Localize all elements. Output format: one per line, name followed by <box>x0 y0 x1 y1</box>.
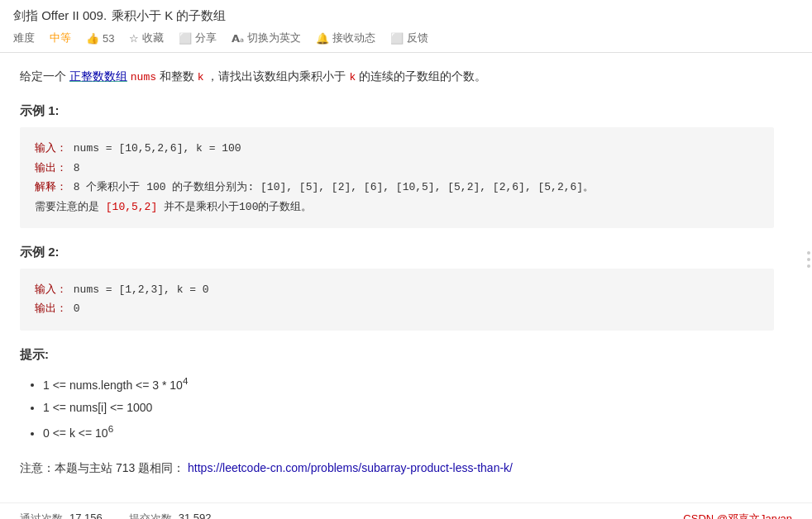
dot-2 <box>807 258 810 261</box>
desc-part4: 的连续的子数组的个数。 <box>359 69 486 83</box>
note-link[interactable]: https://leetcode-cn.com/problems/subarra… <box>188 461 513 474</box>
hints-section: 提示: 1 <= nums.length <= 3 * 104 1 <= num… <box>20 347 774 445</box>
feedback-icon: ⬜ <box>390 32 404 45</box>
stats-left: 通过次数 17,156 提交次数 31,592 <box>20 512 212 519</box>
share-icon: ⬜ <box>179 32 192 45</box>
hint-item-1: 1 <= nums.length <= 3 * 104 <box>43 371 774 397</box>
example2-output-value: 0 <box>74 302 80 315</box>
csdn-brand: CSDN @邓嘉文Jarvan <box>683 512 792 519</box>
dot-3 <box>807 264 810 268</box>
page-container: 剑指 Offer II 009. 乘积小于 K 的子数组 难度 中等 👍 53 … <box>0 0 812 519</box>
desc-part1: 给定一个 <box>20 69 66 83</box>
feedback-button[interactable]: ⬜ 反馈 <box>390 31 428 45</box>
hints-list: 1 <= nums.length <= 3 * 104 1 <= nums[i]… <box>20 371 774 445</box>
example1-title: 示例 1: <box>20 103 774 119</box>
example2-title: 示例 2: <box>20 245 774 260</box>
dot-1 <box>807 251 810 255</box>
example2-output-label: 输出： <box>35 302 67 315</box>
example1-input-value: nums = [10,5,2,6], k = 100 <box>74 142 241 155</box>
share-label: 分享 <box>195 31 217 45</box>
like-count: 53 <box>103 32 114 45</box>
csdn-author: @邓嘉文Jarvan <box>717 512 792 519</box>
feedback-label: 反馈 <box>407 31 428 45</box>
star-icon: ☆ <box>129 32 139 45</box>
pass-stat: 通过次数 17,156 <box>20 512 103 519</box>
collect-label: 收藏 <box>142 31 164 45</box>
example1-note: 需要注意的是 [10,5,2] 并不是乘积小于100的子数组。 <box>35 198 759 217</box>
translate-icon: 𝗔ₐ <box>232 32 244 45</box>
example1-note-label: 需要注意的是 <box>35 201 99 213</box>
desc-part2: 和整数 <box>160 69 194 83</box>
example1-input: 输入： nums = [10,5,2,6], k = 100 <box>35 139 759 158</box>
example2-input-value: nums = [1,2,3], k = 0 <box>74 283 209 296</box>
difficulty-label: 难度 <box>13 31 35 45</box>
example2-block: 输入： nums = [1,2,3], k = 0 输出： 0 <box>20 269 774 331</box>
desc-underline: 正整数数组 <box>69 69 127 83</box>
example1-explain-label: 解释： <box>35 181 67 193</box>
example1-output-label: 输出： <box>35 162 67 174</box>
example1-note-code: [10,5,2] <box>106 201 157 213</box>
toolbar-row: 难度 中等 👍 53 ☆ 收藏 ⬜ 分享 𝗔ₐ 切换为英文 🔔 接收动态 <box>13 31 799 45</box>
submit-value: 31,592 <box>179 512 212 519</box>
content-area: 给定一个 正整数数组 nums 和整数 k ，请找出该数组内乘积小于 k 的连续… <box>0 53 794 502</box>
translate-button[interactable]: 𝗔ₐ 切换为英文 <box>232 31 301 45</box>
notification-label: 接收动态 <box>332 31 375 45</box>
title-main: 乘积小于 K 的子数组 <box>112 8 226 24</box>
like-icon: 👍 <box>86 32 99 45</box>
pass-value: 17,156 <box>69 512 103 519</box>
title-row: 剑指 Offer II 009. 乘积小于 K 的子数组 <box>13 8 799 24</box>
example2-output: 输出： 0 <box>35 299 759 318</box>
title-prefix: 剑指 Offer II 009. <box>13 8 107 24</box>
note-section: 注意：本题与主站 713 题相同： https://leetcode-cn.co… <box>20 461 774 476</box>
difficulty-badge: 中等 <box>50 31 71 45</box>
example1-note-text: 并不是乘积小于100的子数组。 <box>164 201 312 213</box>
desc-code3: k <box>349 71 356 83</box>
hint-item-3: 0 <= k <= 106 <box>43 419 774 445</box>
share-button[interactable]: ⬜ 分享 <box>179 31 217 45</box>
example1-input-label: 输入： <box>35 142 67 155</box>
hint-item-2: 1 <= nums[i] <= 1000 <box>43 396 774 419</box>
footer-stats: 通过次数 17,156 提交次数 31,592 CSDN @邓嘉文Jarvan <box>0 502 812 519</box>
submit-label: 提交次数 <box>129 512 172 519</box>
example1-output: 输出： 8 <box>35 159 759 178</box>
problem-description: 给定一个 正整数数组 nums 和整数 k ，请找出该数组内乘积小于 k 的连续… <box>20 66 774 87</box>
like-button[interactable]: 👍 53 <box>86 32 114 45</box>
header-bar: 剑指 Offer II 009. 乘积小于 K 的子数组 难度 中等 👍 53 … <box>0 0 812 53</box>
csdn-text: CSDN <box>683 512 716 519</box>
notification-button[interactable]: 🔔 接收动态 <box>316 31 375 45</box>
sidebar-dots <box>807 251 810 268</box>
desc-code2: k <box>198 71 204 83</box>
collect-button[interactable]: ☆ 收藏 <box>129 31 164 45</box>
example1-block: 输入： nums = [10,5,2,6], k = 100 输出： 8 解释：… <box>20 127 774 228</box>
example1-explain-value: 8 个乘积小于 100 的子数组分别为: [10], [5], [2], [6]… <box>74 181 594 193</box>
example1-explain: 解释： 8 个乘积小于 100 的子数组分别为: [10], [5], [2],… <box>35 178 759 197</box>
hints-title: 提示: <box>20 347 774 363</box>
desc-part3: ，请找出该数组内乘积小于 <box>207 69 346 83</box>
example1-output-value: 8 <box>74 162 80 174</box>
submit-stat: 提交次数 31,592 <box>129 512 212 519</box>
desc-code1: nums <box>131 71 156 83</box>
example2-input-label: 输入： <box>35 283 67 296</box>
example2-input: 输入： nums = [1,2,3], k = 0 <box>35 280 759 299</box>
pass-label: 通过次数 <box>20 512 63 519</box>
translate-label: 切换为英文 <box>247 31 301 45</box>
note-text: 注意：本题与主站 713 题相同： <box>20 461 184 474</box>
bell-icon: 🔔 <box>316 32 329 45</box>
